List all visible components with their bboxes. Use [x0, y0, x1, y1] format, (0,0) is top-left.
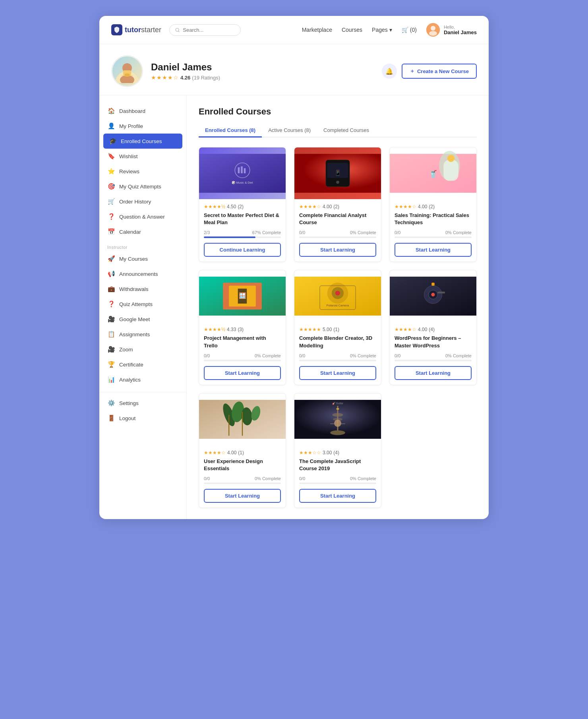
enrolled-icon: 🎓 — [109, 138, 117, 145]
course-btn-3[interactable]: Start Learning — [395, 243, 472, 257]
progress-row-6: 0/0 0% Complete — [395, 353, 472, 358]
quiz-inst-icon: ❓ — [107, 300, 115, 308]
course-body-1: ★★★★½ 4.50 (2) Secret to Master Perfect … — [199, 199, 286, 262]
sidebar-item-quiz-attempts[interactable]: 🎯 My Quiz Attempts — [99, 179, 186, 194]
course-card-1: 🎲 Music & Diet ★★★★½ 4.50 (2) Secret to … — [199, 147, 286, 262]
svg-point-63 — [334, 420, 341, 427]
course-btn-4[interactable]: Start Learning — [204, 366, 281, 380]
course-card-8: 🎸 Guitar ★★★☆☆ 3.00 (4) The Complete Jav… — [294, 393, 381, 508]
topbar: tutorstarter Marketplace Courses Pages ▾… — [99, 16, 489, 44]
tab-active[interactable]: Active Courses (8) — [262, 124, 317, 138]
create-course-button[interactable]: ＋ Create a New Course — [402, 64, 477, 79]
course-btn-2[interactable]: Start Learning — [299, 243, 376, 257]
instructor-section-label: Instructor — [99, 239, 186, 251]
sidebar-item-logout[interactable]: 🚪 Logout — [99, 411, 186, 426]
qa-icon: ❓ — [107, 213, 115, 220]
course-title-6: WordPress for Beginners – Master WordPre… — [395, 335, 472, 349]
course-card-7: ★★★★☆ 4.00 (1) User Experience Design Es… — [199, 393, 286, 508]
tab-completed[interactable]: Completed Courses — [317, 124, 375, 138]
course-title-2: Complete Financial Analyst Course — [299, 212, 376, 226]
search-input[interactable] — [183, 27, 235, 33]
sidebar-item-dashboard[interactable]: 🏠 Dashboard — [99, 103, 186, 118]
wishlist-icon: 🔖 — [107, 153, 115, 160]
svg-text:🎲 Music & Diet: 🎲 Music & Diet — [232, 181, 253, 184]
sidebar-item-reviews[interactable]: ⭐ Reviews — [99, 164, 186, 179]
chevron-down-icon: ▾ — [389, 27, 392, 33]
course-grid: 🎲 Music & Diet ★★★★½ 4.50 (2) Secret to … — [199, 147, 477, 508]
course-body-3: ★★★★☆ 4.00 (2) Sales Training: Practical… — [390, 199, 476, 262]
course-btn-1[interactable]: Continue Learning — [204, 243, 281, 257]
nav-courses[interactable]: Courses — [342, 27, 362, 33]
main-panel: Enrolled Courses Enrolled Courses (8) Ac… — [187, 95, 489, 519]
sidebar-item-announcements[interactable]: 📢 Announcements — [99, 266, 186, 281]
course-title-5: Complete Blender Creator, 3D Modelling — [299, 335, 376, 349]
progress-bar-bg-7 — [204, 483, 281, 484]
course-thumb-8: 🎸 Guitar — [294, 393, 381, 445]
tab-enrolled[interactable]: Enrolled Courses (8) — [199, 124, 262, 138]
course-body-7: ★★★★☆ 4.00 (1) User Experience Design Es… — [199, 445, 286, 508]
course-thumb-1: 🎲 Music & Diet — [199, 147, 286, 199]
svg-point-46 — [431, 293, 435, 297]
course-thumb-6 — [390, 270, 476, 322]
course-rating-1: ★★★★½ 4.50 (2) — [204, 204, 281, 209]
bell-button[interactable]: 🔔 — [382, 64, 397, 79]
cart-icon[interactable]: 🛒 (0) — [402, 27, 417, 33]
profile-name: Daniel James — [151, 62, 374, 73]
svg-point-4 — [429, 31, 437, 36]
nav-marketplace[interactable]: Marketplace — [302, 27, 332, 33]
logo-icon — [111, 24, 122, 35]
plus-icon: ＋ — [410, 68, 415, 75]
nav-pages[interactable]: Pages ▾ — [372, 27, 392, 33]
my-courses-icon: 🚀 — [107, 255, 115, 262]
course-card-5: Polaroid Camera ★★★★★ 5.00 (1) Complete … — [294, 270, 381, 385]
progress-bar-bg-3 — [395, 236, 472, 238]
nav-links: Marketplace Courses Pages ▾ 🛒 (0) — [302, 23, 477, 37]
sidebar-item-my-profile[interactable]: 👤 My Profile — [99, 118, 186, 134]
user-info[interactable]: Hello, Daniel James — [426, 23, 477, 37]
main-container: tutorstarter Marketplace Courses Pages ▾… — [99, 16, 489, 519]
course-btn-5[interactable]: Start Learning — [299, 366, 376, 380]
progress-row-4: 0/0 0% Complete — [204, 353, 281, 358]
course-title-3: Sales Training: Practical Sales Techniqu… — [395, 212, 472, 226]
sidebar-item-quiz-attempts-inst[interactable]: ❓ Quiz Attempts — [99, 297, 186, 312]
course-btn-6[interactable]: Start Learning — [395, 366, 472, 380]
sidebar-item-certificate[interactable]: 🏆 Certificate — [99, 357, 186, 372]
progress-row-8: 0/0 0% Complete — [299, 476, 376, 481]
progress-bar-bg-5 — [299, 360, 376, 361]
sidebar: 🏠 Dashboard 👤 My Profile 🎓 Enrolled Cour… — [99, 95, 187, 519]
svg-point-27 — [447, 155, 455, 162]
logo[interactable]: tutorstarter — [111, 24, 161, 35]
sidebar-item-zoom[interactable]: 🎥 Zoom — [99, 342, 186, 357]
course-rating-6: ★★★★☆ 4.00 (4) — [395, 327, 472, 332]
svg-text:🎸 Guitar: 🎸 Guitar — [332, 401, 344, 405]
course-btn-7[interactable]: Start Learning — [204, 489, 281, 503]
progress-bar-fill-1 — [204, 236, 255, 238]
tabs: Enrolled Courses (8) Active Courses (8) … — [199, 124, 477, 138]
sidebar-item-analytics[interactable]: 📊 Analytics — [99, 372, 186, 387]
svg-point-60 — [330, 430, 345, 435]
sidebar-item-my-courses[interactable]: 🚀 My Courses — [99, 251, 186, 266]
svg-line-1 — [178, 31, 179, 32]
profile-icon: 👤 — [107, 122, 115, 130]
svg-point-3 — [431, 26, 435, 31]
analytics-icon: 📊 — [107, 376, 115, 383]
sidebar-item-google-meet[interactable]: 🎥 Google Meet — [99, 312, 186, 327]
logout-icon: 🚪 — [107, 415, 115, 422]
course-btn-8[interactable]: Start Learning — [299, 489, 376, 503]
progress-bar-bg-4 — [204, 360, 281, 361]
sidebar-item-wishlist[interactable]: 🔖 Wishlist — [99, 149, 186, 164]
sidebar-item-enrolled-courses[interactable]: 🎓 Enrolled Courses — [103, 134, 182, 149]
course-body-5: ★★★★★ 5.00 (1) Complete Blender Creator,… — [294, 322, 381, 384]
sidebar-item-qa[interactable]: ❓ Question & Answer — [99, 209, 186, 224]
top-user-avatar — [426, 23, 440, 37]
progress-bar-bg-1 — [204, 236, 281, 238]
sidebar-item-assignments[interactable]: 📋 Assignments — [99, 327, 186, 342]
search-box[interactable] — [169, 24, 241, 36]
course-title-7: User Experience Design Essentials — [204, 458, 281, 472]
sidebar-item-calendar[interactable]: 📅 Calendar — [99, 224, 186, 239]
progress-row-3: 0/0 0% Complete — [395, 230, 472, 235]
sidebar-item-withdrawals[interactable]: 💼 Withdrawals — [99, 281, 186, 297]
sidebar-item-settings[interactable]: ⚙️ Settings — [99, 395, 186, 411]
svg-rect-15 — [244, 168, 246, 173]
sidebar-item-order-history[interactable]: 🛒 Order History — [99, 194, 186, 209]
